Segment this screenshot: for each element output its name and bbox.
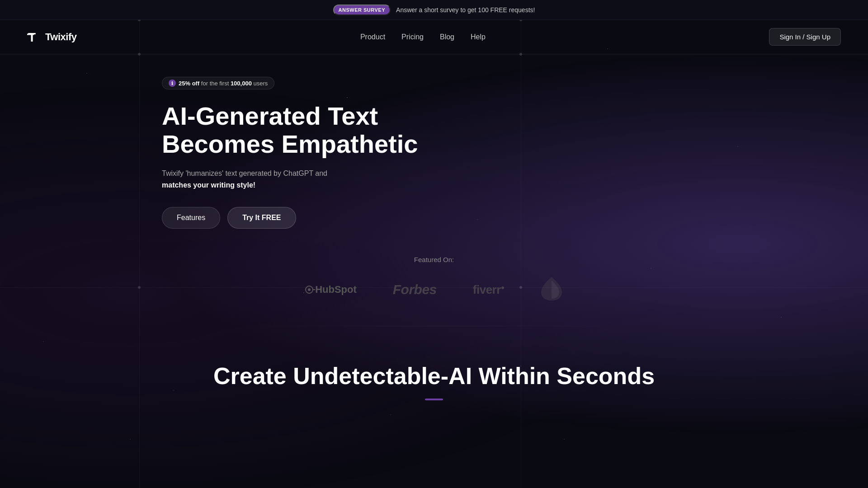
second-section: Create Undetectable-AI Within Seconds: [0, 326, 868, 418]
hero-subtitle: Twixify 'humanizes' text generated by Ch…: [162, 168, 352, 191]
discount-badge: ℹ 25% off for the first 100,000 users: [162, 77, 274, 89]
divider-pill-1: [425, 399, 443, 400]
hubspot-icon: [305, 286, 313, 294]
svg-text:T: T: [28, 30, 36, 44]
nav-pricing[interactable]: Pricing: [401, 33, 424, 41]
sign-in-sign-up-button[interactable]: Sign In / Sign Up: [769, 28, 841, 46]
hero-section: ℹ 25% off for the first 100,000 users AI…: [0, 54, 868, 256]
featured-logos: HubSpot Forbes fiverr: [0, 276, 868, 303]
hero-buttons: Features Try It FREE: [162, 207, 296, 229]
nav-links: Product Pricing Blog Help: [360, 33, 486, 41]
featured-label: Featured On:: [0, 256, 868, 263]
fourth-logo-icon: [540, 276, 563, 301]
featured-section: Featured On: HubSpot Forbes fiverr: [0, 256, 868, 326]
forbes-logo: Forbes: [393, 282, 437, 297]
nav-product[interactable]: Product: [360, 33, 385, 41]
logo[interactable]: T Twixify: [27, 30, 76, 44]
fourth-logo: [540, 276, 563, 303]
info-icon: ℹ: [169, 80, 176, 87]
bottom-divider: [18, 399, 850, 400]
fiverr-logo: fiverr: [473, 283, 504, 297]
try-it-free-button[interactable]: Try It FREE: [227, 207, 296, 229]
hubspot-logo: HubSpot: [305, 284, 357, 296]
fiverr-dot: [501, 286, 504, 289]
discount-text: 25% off for the first 100,000 users: [179, 80, 268, 87]
logo-text: Twixify: [45, 31, 76, 43]
announcement-text: Answer a short survey to get 100 FREE re…: [396, 6, 535, 14]
nav-help[interactable]: Help: [471, 33, 486, 41]
navbar: T Twixify Product Pricing Blog Help Sign…: [0, 20, 868, 54]
hero-title: AI-Generated Text Becomes Empathetic: [162, 102, 433, 158]
answer-survey-button[interactable]: ANSWER SURVEY: [333, 5, 391, 15]
announcement-bar: ANSWER SURVEY Answer a short survey to g…: [0, 0, 868, 20]
logo-icon: T: [27, 30, 42, 44]
nav-blog[interactable]: Blog: [440, 33, 454, 41]
hubspot-text: HubSpot: [315, 284, 357, 296]
second-section-title: Create Undetectable-AI Within Seconds: [18, 362, 850, 389]
features-button[interactable]: Features: [162, 207, 220, 229]
